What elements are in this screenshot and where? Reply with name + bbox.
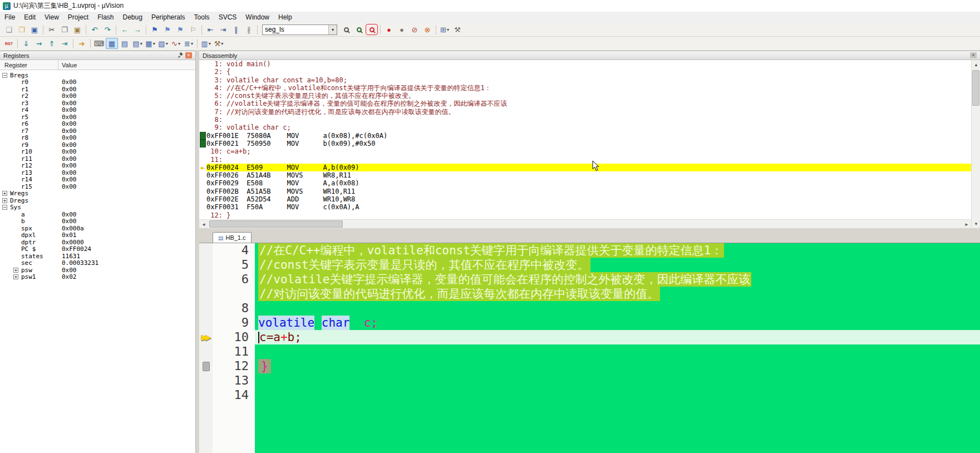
disassembly-source-line[interactable]: 7: //对访问该变量的代码进行优化，而是应该每次都在内存中读取该变量的值。	[199, 108, 971, 116]
find-in-files-button[interactable]	[340, 24, 352, 35]
tree-item-r3[interactable]: r30x00	[0, 100, 195, 107]
disassembly-instruction-line[interactable]: 0xFF0026 A51A4B MOVS WR8,R11	[199, 171, 971, 179]
tree-item-r0[interactable]: r00x00	[0, 79, 195, 86]
code-line[interactable]: //const关键字表示变量是只读的，其值不应在程序中被改变。	[255, 258, 980, 272]
expand-icon[interactable]	[13, 268, 18, 273]
disassembly-source-line[interactable]: 4: //在C/C++编程中，volatile和const关键字用于向编译器提供…	[199, 84, 971, 92]
collapse-icon[interactable]	[2, 205, 7, 210]
menu-debug[interactable]: Debug	[119, 12, 147, 22]
editor-margin[interactable]	[199, 388, 213, 402]
editor-margin[interactable]	[199, 258, 213, 272]
tree-item-pc-[interactable]: PC $0xFF0024	[0, 246, 195, 253]
tree-item-r8[interactable]: r80x00	[0, 135, 195, 142]
editor-margin[interactable]	[199, 373, 213, 388]
close-icon[interactable]	[185, 52, 192, 58]
scrollbar-thumb[interactable]	[209, 220, 343, 228]
chevron-down-icon[interactable]	[209, 41, 211, 46]
disassembly-source-line[interactable]: 12: }	[199, 211, 971, 219]
chevron-down-icon[interactable]	[221, 41, 223, 46]
horizontal-splitter[interactable]	[199, 228, 980, 232]
tree-item-r5[interactable]: r50x00	[0, 114, 195, 121]
chevron-down-icon[interactable]	[191, 41, 193, 46]
code-line[interactable]: }	[255, 359, 980, 373]
scroll-down-icon[interactable]	[972, 219, 980, 228]
pin-icon[interactable]	[178, 52, 184, 58]
tree-item-r14[interactable]: r140x00	[0, 176, 195, 184]
analysis-windows-button[interactable]: ∿	[170, 38, 182, 49]
tree-item-r13[interactable]: r130x00	[0, 169, 195, 176]
copy-button[interactable]: ❐	[58, 24, 71, 35]
disassembly-source-line[interactable]: 1: void main()	[199, 60, 971, 68]
run-to-cursor-button[interactable]: ⇥	[58, 38, 71, 49]
code-line[interactable]	[255, 373, 980, 388]
code-line[interactable]: //volatile关键字提示编译器，变量的值可能会在程序的控制之外被改变，因此…	[255, 272, 980, 287]
tree-item-r15[interactable]: r150x00	[0, 183, 195, 190]
tree-item-b[interactable]: b0x00	[0, 218, 195, 225]
close-icon[interactable]	[970, 52, 977, 58]
tree-item-sys[interactable]: Sys	[0, 204, 195, 211]
tree-item-states[interactable]: states11631	[0, 253, 195, 260]
tree-item-dregs[interactable]: Dregs	[0, 197, 195, 204]
tree-item-a[interactable]: a0x00	[0, 211, 195, 218]
editor-line[interactable]: 13	[199, 373, 980, 388]
comment-selection-button[interactable]: ∥	[230, 24, 242, 35]
editor-line[interactable]: 14	[199, 388, 980, 402]
breakpoint-disable-button[interactable]: ●	[396, 24, 408, 35]
breakpoint-disable-all-button[interactable]: ⊘	[408, 24, 421, 35]
disassembly-horizontal-scrollbar[interactable]	[199, 219, 971, 228]
tree-item-wregs[interactable]: Wregs	[0, 190, 195, 198]
tree-item-r10[interactable]: r100x00	[0, 149, 195, 156]
menu-tools[interactable]: Tools	[190, 12, 214, 22]
disassembly-instruction-line[interactable]: 0xFF001E 75080A MOV a(0x08),#c(0x0A)	[199, 132, 971, 140]
trace-windows-button[interactable]: ≣	[183, 38, 195, 49]
disassembly-view[interactable]: 1: void main() 2: { 3: volatile char con…	[199, 60, 971, 219]
save-button[interactable]: ▣	[28, 24, 41, 35]
expand-icon[interactable]	[2, 198, 7, 203]
disassembly-source-line[interactable]: 6: //volatile关键字提示编译器，变量的值可能会在程序的控制之外被改变…	[199, 100, 971, 107]
breakpoint-toggle-button[interactable]: ●	[383, 24, 395, 35]
editor-line[interactable]: //对访问该变量的代码进行优化，而是应该每次都在内存中读取该变量的值。	[199, 287, 980, 301]
editor-line[interactable]: 5//const关键字表示变量是只读的，其值不应在程序中被改变。	[199, 258, 980, 272]
navigate-forward-button[interactable]: →	[131, 24, 144, 35]
scrollbar-thumb[interactable]	[972, 70, 979, 106]
tree-item-r1[interactable]: r10x00	[0, 86, 195, 93]
collapse-icon[interactable]	[2, 73, 7, 78]
editor-line[interactable]: 10c=a+b;	[199, 330, 980, 344]
redo-button[interactable]: ↷	[101, 24, 114, 35]
paste-button[interactable]: ▣	[71, 24, 83, 35]
bookmark-next-button[interactable]: ⚑	[174, 24, 186, 35]
chevron-down-icon[interactable]	[166, 41, 168, 46]
disassembly-source-line[interactable]: 2: {	[199, 68, 971, 76]
chevron-down-icon[interactable]	[178, 41, 180, 46]
navigate-back-button[interactable]: ←	[119, 24, 131, 35]
step-into-button[interactable]: ⇓	[20, 38, 32, 49]
disassembly-source-line[interactable]: 10: c=a+b;	[199, 147, 971, 155]
uncomment-selection-button[interactable]: ∦	[243, 24, 255, 35]
editor-margin[interactable]	[199, 287, 213, 301]
disassembly-vertical-scrollbar[interactable]	[971, 60, 980, 228]
watch-windows-button[interactable]: ▤	[131, 38, 144, 49]
tree-item-psw1[interactable]: psw10x02	[0, 274, 195, 281]
code-line[interactable]: c=a+b;	[255, 330, 980, 344]
window-layout-button[interactable]: ⊞	[439, 24, 451, 35]
tree-item-dpxl[interactable]: dpxl0x01	[0, 232, 195, 239]
disassembly-instruction-line[interactable]: 0xFF002B A51A5B MOVS WR10,R11	[199, 188, 971, 195]
editor-line[interactable]: 9volatile char c;	[199, 316, 980, 330]
tree-item-psw[interactable]: psw0x00	[0, 267, 195, 274]
expand-icon[interactable]	[2, 191, 7, 196]
reset-cpu-button[interactable]: RST	[3, 38, 15, 49]
code-line[interactable]	[255, 344, 980, 359]
editor-line[interactable]: 12}	[199, 359, 980, 373]
menu-project[interactable]: Project	[63, 12, 93, 22]
code-line[interactable]	[255, 388, 980, 402]
menu-svcs[interactable]: SVCS	[214, 12, 242, 22]
tree-item-r12[interactable]: r120x00	[0, 163, 195, 170]
system-viewer-button[interactable]: ▥	[200, 38, 212, 49]
editor-margin[interactable]	[199, 316, 213, 330]
highlight-search-button[interactable]	[366, 24, 378, 35]
tree-item-r4[interactable]: r40x00	[0, 107, 195, 114]
chevron-down-icon[interactable]	[153, 41, 155, 46]
chevron-down-icon[interactable]	[328, 25, 337, 35]
configure-target-options-button[interactable]: ⚒	[451, 24, 464, 35]
editor-margin[interactable]	[199, 330, 213, 344]
